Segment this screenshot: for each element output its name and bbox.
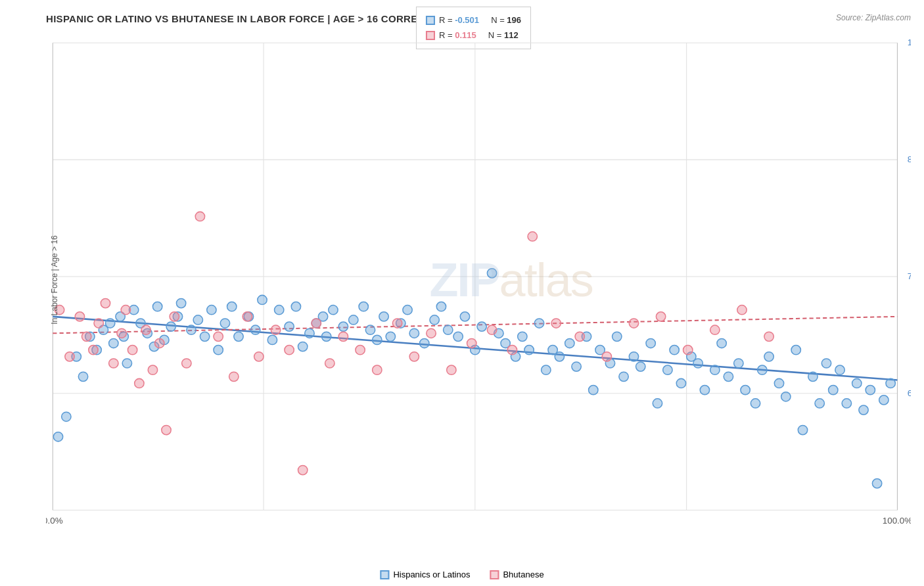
svg-point-127 (872, 479, 881, 488)
svg-point-55 (305, 328, 314, 338)
svg-point-175 (710, 325, 720, 334)
svg-point-65 (379, 312, 388, 321)
svg-point-87 (555, 352, 564, 361)
svg-point-112 (758, 365, 767, 374)
svg-point-106 (710, 365, 720, 374)
svg-point-64 (373, 335, 382, 344)
svg-point-104 (693, 359, 703, 368)
bottom-legend: Hispanics or Latinos Bhutanese (380, 570, 543, 579)
svg-point-162 (409, 352, 419, 361)
svg-text:0.0%: 0.0% (46, 516, 63, 526)
svg-point-38 (176, 298, 185, 307)
svg-point-156 (312, 319, 321, 328)
svg-point-167 (507, 346, 517, 355)
chart-container: HISPANIC OR LATINO VS BHUTANESE IN LABOR… (0, 0, 924, 586)
svg-point-34 (152, 302, 162, 311)
svg-point-108 (724, 372, 733, 381)
svg-point-89 (572, 362, 581, 371)
source-label: Source: ZipAtlas.com (836, 13, 911, 22)
svg-point-177 (764, 332, 774, 341)
legend-item-bhutanese: Bhutanese (490, 570, 543, 579)
svg-point-116 (791, 346, 800, 355)
svg-point-124 (852, 378, 862, 388)
svg-point-73 (444, 325, 453, 334)
svg-point-171 (602, 352, 611, 361)
hispanics-swatch (380, 570, 389, 579)
svg-point-59 (329, 305, 338, 315)
svg-point-109 (734, 359, 743, 368)
bhutanese-swatch (490, 570, 499, 579)
svg-point-70 (420, 338, 429, 348)
svg-point-91 (589, 386, 598, 395)
svg-text:87.5%: 87.5% (908, 154, 911, 164)
svg-point-118 (808, 372, 818, 381)
svg-point-19 (62, 412, 71, 421)
svg-point-166 (487, 325, 496, 334)
svg-point-62 (359, 302, 368, 311)
svg-text:100.0%: 100.0% (883, 516, 911, 526)
svg-point-61 (349, 315, 358, 325)
svg-text:75.0%: 75.0% (908, 271, 911, 281)
svg-point-74 (453, 332, 463, 341)
svg-point-135 (94, 319, 103, 328)
svg-point-58 (321, 332, 331, 341)
y-axis-label: In Labor Force | Age > 16 (50, 235, 59, 325)
svg-point-122 (835, 365, 844, 374)
svg-point-110 (741, 386, 750, 395)
svg-point-163 (427, 328, 436, 338)
svg-point-132 (75, 312, 84, 321)
svg-point-121 (829, 386, 838, 395)
legend-text-blue: R = -0.501 N = 196 (439, 12, 521, 28)
svg-point-100 (663, 365, 672, 374)
svg-point-105 (700, 386, 709, 395)
svg-point-161 (392, 319, 402, 328)
svg-point-78 (487, 269, 496, 278)
svg-point-154 (285, 346, 294, 355)
svg-point-36 (166, 322, 175, 331)
svg-point-83 (524, 346, 534, 355)
svg-point-84 (534, 319, 543, 328)
legend-item-hispanics: Hispanics or Latinos (380, 570, 470, 579)
svg-point-21 (78, 372, 87, 381)
plot-area: In Labor Force | Age > 16 ZIPatlas 100.0… (46, 30, 911, 530)
svg-point-169 (551, 319, 561, 328)
svg-point-18 (53, 432, 62, 441)
svg-point-129 (886, 378, 895, 388)
svg-point-160 (373, 365, 382, 374)
hispanics-label: Hispanics or Latinos (393, 570, 470, 579)
svg-point-94 (612, 332, 622, 341)
svg-point-60 (338, 322, 348, 331)
svg-point-68 (403, 305, 412, 315)
svg-point-157 (325, 359, 335, 368)
svg-point-168 (528, 232, 537, 241)
svg-point-173 (656, 312, 665, 321)
svg-point-82 (518, 332, 527, 341)
svg-point-39 (187, 325, 196, 334)
svg-point-120 (821, 359, 831, 368)
svg-point-149 (214, 332, 223, 341)
svg-point-136 (101, 298, 110, 307)
svg-point-107 (717, 338, 726, 348)
svg-point-71 (430, 315, 439, 325)
svg-point-54 (298, 342, 307, 351)
svg-point-69 (409, 328, 419, 338)
svg-point-142 (141, 325, 150, 334)
svg-point-165 (467, 338, 476, 348)
svg-point-159 (356, 346, 365, 355)
svg-point-147 (182, 359, 191, 368)
svg-point-42 (207, 305, 216, 315)
svg-point-85 (542, 365, 551, 374)
svg-point-131 (65, 352, 74, 361)
svg-point-148 (195, 212, 204, 221)
svg-point-49 (258, 295, 267, 304)
svg-point-138 (117, 328, 126, 338)
svg-point-66 (386, 332, 395, 341)
svg-point-53 (291, 302, 300, 311)
svg-point-40 (193, 315, 202, 325)
svg-point-96 (629, 352, 638, 361)
svg-point-151 (243, 312, 252, 321)
svg-point-113 (764, 352, 774, 361)
svg-point-146 (170, 312, 179, 321)
svg-point-52 (285, 322, 294, 331)
svg-point-141 (135, 378, 144, 388)
